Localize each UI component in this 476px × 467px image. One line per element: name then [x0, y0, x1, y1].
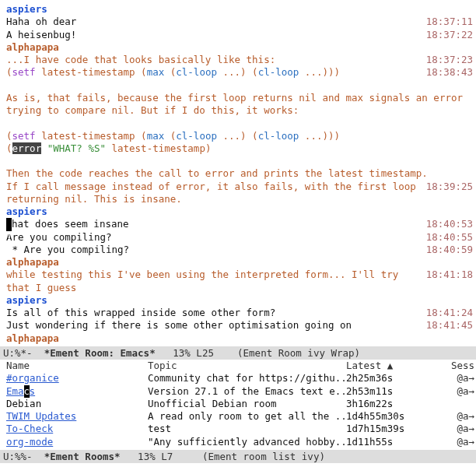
room-name[interactable]: Debian	[6, 398, 148, 410]
room-latest: 2h53m11s	[346, 385, 451, 398]
timestamp: 18:38:43	[426, 66, 474, 79]
chat-buffer[interactable]: aspiersHaha oh dear18:37:11A heisenbug!1…	[0, 0, 476, 346]
timestamp: 18:41:18	[426, 269, 474, 294]
rooms-header: Name Topic Latest ▲ Sess	[0, 360, 476, 372]
table-row[interactable]: Ema sVersion 27.1 of the Emacs text e...…	[0, 385, 476, 398]
nick-alphapapa[interactable]: alphapapa	[6, 332, 59, 344]
table-row[interactable]: TWIM UpdatesA read only room to get all …	[0, 410, 476, 423]
nick-alphapapa[interactable]: alphapapa	[6, 41, 59, 53]
room-topic: test	[148, 423, 346, 435]
room-latest: 2h25m36s	[346, 372, 451, 384]
minibuffer	[0, 463, 476, 467]
room-name[interactable]: To-Check	[6, 423, 148, 435]
room-session	[451, 398, 474, 410]
room-latest: 1d7h15m39s	[346, 423, 451, 435]
col-header-topic: Topic	[148, 360, 346, 372]
room-latest: 3h16m22s	[346, 398, 451, 410]
modeline-chat: U:%*- *Ement Room: Emacs* 13% L25 (Ement…	[0, 346, 476, 360]
chat-message: Then the code reaches the call to error …	[6, 167, 428, 179]
table-row[interactable]: org-mode"Any sufficiently advanced hobby…	[0, 436, 476, 448]
nick-aspiers[interactable]: aspiers	[6, 205, 47, 217]
room-topic: "Any sufficiently advanced hobby...	[148, 436, 346, 448]
table-row[interactable]: #organiceCommunity chat for https://gith…	[0, 372, 476, 384]
room-session: @a→	[451, 436, 474, 448]
nick-aspiers[interactable]: aspiers	[6, 294, 47, 306]
chat-message: byte-compiling seems to have made no dif…	[6, 345, 422, 346]
room-name[interactable]: !xbfPHSTwPySgaIeJnz:ma...	[6, 448, 148, 450]
chat-message: Haha oh dear	[6, 16, 76, 27]
chat-message: Are you compiling?	[6, 231, 111, 243]
room-name[interactable]: org-mode	[6, 436, 148, 448]
chat-message: A heisenbug!	[6, 29, 76, 40]
chat-message: As is, that fails, because the first loo…	[6, 92, 469, 116]
timestamp	[473, 167, 474, 180]
timestamp: 18:39:25	[426, 181, 474, 206]
timestamp: 18:40:59	[426, 244, 474, 256]
room-session: @a→	[451, 423, 474, 435]
col-header-latest[interactable]: Latest ▲	[346, 360, 451, 372]
room-topic: Community chat for https://githu...	[148, 372, 346, 384]
rooms-buffer[interactable]: Name Topic Latest ▲ Sess #organiceCommun…	[0, 360, 476, 450]
timestamp	[473, 79, 474, 92]
room-latest: 2d3h52m31s	[346, 448, 451, 450]
table-row[interactable]: DebianUnofficial Debian room3h16m22s	[0, 398, 476, 410]
timestamp	[473, 92, 474, 118]
room-topic: Unofficial Debian room	[148, 398, 346, 410]
timestamp	[473, 130, 474, 142]
modeline-rooms: U:%%- *Ement Rooms* 13% L7 (Ement room l…	[0, 450, 476, 463]
timestamp: 18:37:23	[426, 54, 474, 66]
nick-aspiers[interactable]: aspiers	[6, 3, 47, 15]
table-row[interactable]: To-Checktest1d7h15m39s@a→	[0, 423, 476, 435]
nick-alphapapa[interactable]: alphapapa	[6, 256, 59, 268]
room-topic: A read only room to get all the ...	[148, 410, 346, 423]
timestamp: 18:41:45	[426, 319, 474, 332]
timestamp: 18:40:53	[426, 218, 474, 230]
timestamp: 18:37:22	[426, 29, 474, 41]
room-topic: Version 27.1 of the Emacs text e...	[148, 385, 346, 398]
room-latest: 1d11h55s	[346, 436, 451, 448]
room-session: @a→	[451, 448, 474, 450]
room-session: @a→	[451, 385, 474, 398]
chat-message: Just wondering if there is some other op…	[6, 319, 352, 331]
chat-message: ...I have code that looks basically like…	[6, 54, 275, 65]
room-name[interactable]: Ema s	[6, 385, 148, 398]
timestamp: 18:42:21	[426, 345, 474, 346]
room-topic	[148, 448, 346, 450]
room-session: @a→	[451, 410, 474, 423]
room-latest: 1d4h55m30s	[346, 410, 451, 423]
chat-message: * Are you compiling?	[6, 244, 129, 255]
room-name[interactable]: #organice	[6, 372, 148, 384]
chat-message: Is all of this wrapped inside some other…	[6, 307, 275, 318]
room-name[interactable]: TWIM Updates	[6, 410, 148, 423]
col-header-sess: Sess	[451, 360, 474, 372]
timestamp	[473, 117, 474, 129]
timestamp: 18:40:55	[426, 231, 474, 244]
table-row[interactable]: !xbfPHSTwPySgaIeJnz:ma...2d3h52m31s@a→	[0, 448, 476, 450]
timestamp: 18:41:24	[426, 307, 474, 319]
room-session: @a→	[451, 372, 474, 384]
timestamp	[473, 142, 474, 155]
col-header-name: Name	[6, 360, 148, 372]
timestamp	[473, 155, 474, 167]
timestamp: 18:37:11	[426, 16, 474, 28]
chat-message: while testing this I've been using the i…	[6, 269, 404, 293]
cursor	[6, 218, 12, 230]
chat-message: If I call message instead of error, it a…	[6, 181, 422, 205]
